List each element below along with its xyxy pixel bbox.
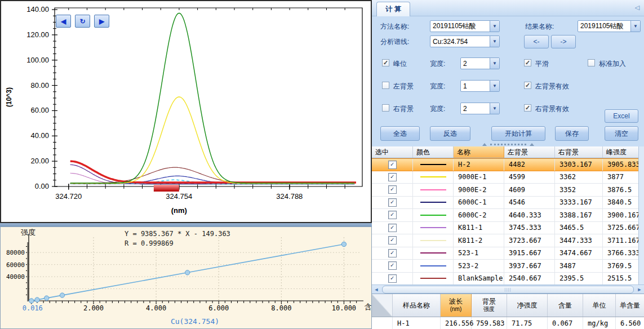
- select-all-button[interactable]: 全选: [380, 126, 420, 141]
- sample-table-row[interactable]: H-1216.556759.58371.750.067mg/kg6.560: [372, 317, 644, 329]
- left-bg-valid-checkbox[interactable]: [524, 82, 531, 89]
- method-name-combo[interactable]: 20191105钴酸 ▼: [430, 20, 500, 32]
- peak-width-combo[interactable]: 2 ▼: [460, 57, 500, 69]
- left-background-label: 左背景: [393, 82, 414, 91]
- row-checkbox[interactable]: [388, 198, 397, 207]
- clear-button[interactable]: 清空: [605, 126, 638, 141]
- y-tick-label: 80.00: [30, 81, 49, 90]
- scroll-left-icon[interactable]: ◄: [372, 286, 381, 294]
- vertical-scrollbar[interactable]: [638, 146, 644, 284]
- corner-selector[interactable]: [372, 294, 393, 317]
- peak-marker-band: [154, 185, 179, 192]
- sample-cell: 216.556: [441, 317, 472, 329]
- result-name-combo[interactable]: 20191105钴酸 ▼: [578, 20, 641, 32]
- column-header-4[interactable]: 右背景: [555, 146, 603, 158]
- table-row[interactable]: 523-23937.66734873769.5: [372, 260, 638, 273]
- column-header-2[interactable]: 名称: [454, 146, 504, 158]
- row-checkbox[interactable]: [388, 261, 397, 270]
- left-bg-valid-label: 左背景有效: [535, 82, 569, 91]
- color-swatch: [420, 252, 446, 254]
- splitter-handle[interactable]: [372, 142, 644, 146]
- cell: 3915.667: [504, 247, 555, 260]
- column-header-3[interactable]: 左背景: [504, 146, 555, 158]
- column-header-5[interactable]: 峰强度: [603, 146, 638, 158]
- scrollbar-thumb[interactable]: [382, 286, 634, 294]
- table-row[interactable]: 9000E-2460933523876.5: [372, 184, 638, 197]
- previous-line-button[interactable]: <-: [524, 35, 549, 48]
- x-axis-title: 含量(: [365, 303, 371, 311]
- right-bg-width-combo[interactable]: 2 ▼: [460, 103, 500, 114]
- analysis-line-combo[interactable]: Cu:324.754 ▼: [430, 35, 500, 47]
- result-name-value: 20191105钴酸: [578, 21, 630, 31]
- sample-column-header-2[interactable]: 波长(nm): [441, 294, 472, 317]
- sample-column-header-4[interactable]: 净强度: [507, 294, 548, 317]
- cell: 3725.667: [603, 222, 638, 234]
- method-name-label: 方法名称:: [380, 22, 409, 32]
- table-row[interactable]: 6000C-145463333.1673840.5: [372, 197, 638, 210]
- x-tick-label: 324.788: [276, 192, 303, 201]
- table-row[interactable]: 6000C-24640.3333388.1673900.167: [372, 209, 638, 222]
- analysis-line-value: Cu:324.754: [430, 38, 490, 46]
- invert-selection-button[interactable]: 反选: [430, 126, 470, 141]
- refresh-icon[interactable]: ↻: [75, 15, 90, 28]
- tab-calculate[interactable]: 计 算: [376, 2, 410, 16]
- next-line-button[interactable]: ->: [551, 35, 576, 48]
- series-brown-peak: [70, 167, 355, 183]
- collapse-panel-icon[interactable]: ◁: [635, 4, 639, 11]
- sample-column-header-7[interactable]: 单含量: [616, 294, 644, 317]
- chevron-down-icon[interactable]: ▼: [490, 21, 499, 32]
- sample-column-header-6[interactable]: 单位: [583, 294, 616, 317]
- smooth-label: 平滑: [535, 59, 549, 69]
- right-bg-valid-checkbox[interactable]: [524, 104, 531, 112]
- row-checkbox[interactable]: [388, 249, 397, 257]
- chevron-down-icon[interactable]: ▼: [630, 21, 640, 32]
- sample-column-header-5[interactable]: 含量: [548, 294, 583, 317]
- row-checkbox[interactable]: [388, 236, 397, 244]
- row-checkbox[interactable]: [388, 274, 397, 283]
- cell: 3905.833: [603, 159, 638, 171]
- prev-button[interactable]: ◀: [56, 15, 71, 28]
- right-background-checkbox[interactable]: [382, 104, 389, 112]
- cell: 3876.5: [603, 184, 638, 196]
- table-row[interactable]: BlankSample12540.6672395.52515.5: [372, 273, 638, 286]
- sample-column-header-1[interactable]: 样品名称: [393, 294, 441, 317]
- smooth-checkbox[interactable]: [524, 59, 531, 66]
- left-background-checkbox[interactable]: [382, 82, 389, 89]
- calibration-point: [44, 296, 48, 300]
- cell: 4640.333: [504, 209, 555, 221]
- x-tick-label: 2.000: [83, 304, 104, 312]
- row-checkbox[interactable]: [388, 224, 397, 232]
- y-axis-title: 强度: [21, 228, 35, 237]
- start-calculation-button[interactable]: 开始计算: [491, 126, 545, 141]
- table-row[interactable]: K811-23723.6673447.3333711.167: [372, 234, 638, 247]
- calibration-chart-panel: 4000060000800000.0162.0004.0006.0008.000…: [0, 226, 372, 329]
- y-tick-label: 40000: [6, 273, 25, 281]
- chevron-down-icon[interactable]: ▼: [490, 81, 499, 91]
- save-button[interactable]: 保存: [555, 126, 589, 141]
- chevron-down-icon[interactable]: ▼: [490, 36, 499, 47]
- table-row[interactable]: 523-13915.6673474.6673766.333: [372, 247, 638, 260]
- row-checkbox[interactable]: [388, 173, 397, 181]
- table-row[interactable]: 9000E-1459933623877: [372, 171, 638, 184]
- excel-button[interactable]: Excel: [605, 109, 638, 123]
- next-button[interactable]: ▶: [94, 15, 109, 28]
- scroll-right-icon[interactable]: ►: [635, 286, 644, 294]
- row-checkbox[interactable]: [388, 211, 397, 219]
- color-swatch: [420, 278, 446, 279]
- cell: 3766.333: [603, 247, 638, 260]
- table-row[interactable]: K811-13745.3333465.53725.667: [372, 222, 638, 235]
- column-header-0[interactable]: 选中: [372, 146, 413, 158]
- chevron-down-icon[interactable]: ▼: [490, 103, 499, 114]
- chevron-down-icon[interactable]: ▼: [490, 58, 499, 69]
- cell: K811-1: [454, 222, 504, 234]
- row-checkbox[interactable]: [388, 161, 397, 169]
- left-bg-width-combo[interactable]: 1 ▼: [460, 80, 500, 92]
- peak-position-checkbox[interactable]: [382, 59, 389, 66]
- analysis-line-label: 分析谱线:: [380, 37, 409, 47]
- standard-addition-checkbox[interactable]: [588, 59, 595, 66]
- spectrum-chart-panel: 324.720324.754324.7880.0020.0040.0060.00…: [0, 0, 372, 223]
- column-header-1[interactable]: 颜色: [413, 146, 454, 158]
- sample-column-header-3[interactable]: 背景强度: [472, 294, 507, 317]
- row-checkbox[interactable]: [388, 185, 397, 194]
- table-row[interactable]: H-244823303.1673905.833: [372, 158, 638, 171]
